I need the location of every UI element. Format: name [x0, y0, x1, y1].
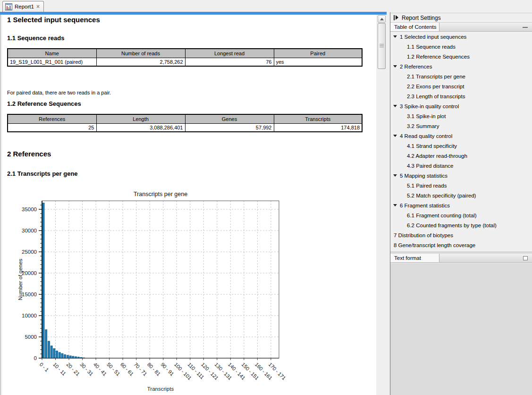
report-document: 1 Selected input sequences 1.1 Sequence …	[0, 15, 376, 395]
table-of-contents-tab[interactable]: Table of Contents	[390, 23, 439, 31]
panel-divider	[390, 252, 532, 252]
histogram-bar	[61, 353, 63, 358]
toc-item-label: 4.1 Strand specificity	[407, 143, 457, 149]
histogram-bar	[51, 346, 52, 358]
table-of-contents-toolbar: Table of Contents	[390, 22, 532, 32]
histogram-bar	[69, 356, 71, 358]
toc-item-label: 3 Spike-in quality control	[400, 103, 459, 109]
collapse-arrow-icon[interactable]	[393, 35, 397, 38]
collapse-arrow-icon[interactable]	[393, 204, 397, 206]
y-tick-label: 20000	[22, 270, 37, 276]
y-tick-label: 35000	[22, 206, 37, 212]
collapse-arrow-icon[interactable]	[393, 135, 397, 137]
side-panel: Report Settings Table of Contents 1 Sele…	[387, 0, 532, 395]
toc-item[interactable]: 3.1 Spike-in plot	[390, 111, 532, 121]
toc-item-label: 2.2 Exons per transcript	[407, 84, 464, 89]
toc-item[interactable]: 3 Spike-in quality control	[390, 101, 532, 111]
toc-item-label: 7 Distribution of biotypes	[394, 232, 453, 238]
toc-item[interactable]: 1.2 Reference Sequences	[390, 52, 532, 61]
toc-item[interactable]: 7 Distribution of biotypes	[390, 230, 532, 240]
table-row: 253,088,286,40157,992174,818	[8, 123, 362, 132]
collapse-arrow-icon[interactable]	[393, 105, 397, 107]
chart-title: Transcripts per gene	[134, 191, 187, 198]
collapse-arrow-icon[interactable]	[393, 174, 397, 177]
up-arrow-icon	[380, 18, 384, 20]
text-format-tab[interactable]: Text format	[390, 254, 439, 262]
collapse-arrow-icon[interactable]	[393, 65, 397, 68]
toc-item-label: 3.2 Summary	[407, 123, 439, 129]
column-header: Number of reads	[96, 49, 185, 58]
histogram-bar	[56, 351, 58, 358]
document-scrollbar[interactable]	[376, 15, 387, 395]
toc-item[interactable]: 1 Selected input sequences	[390, 32, 532, 42]
histogram-bar	[59, 352, 60, 358]
toc-item-label: 2 References	[400, 64, 432, 69]
x-tick-label: 80 - 81	[146, 361, 162, 377]
histogram-bar	[45, 330, 47, 358]
toc-item-label: 4.3 Paired distance	[407, 163, 453, 169]
plot-border	[42, 201, 279, 358]
toc-item-label: 6.1 Fragment counting (total)	[407, 213, 477, 218]
histogram-bar	[72, 356, 74, 358]
toc-item[interactable]: 5.1 Paired reads	[390, 180, 532, 190]
toc-item[interactable]: 4.2 Adapter read-through	[390, 151, 532, 161]
histogram-bar	[67, 355, 68, 358]
toc-item[interactable]: 3.2 Summary	[390, 121, 532, 131]
toc-item-label: 1.1 Sequence reads	[407, 44, 456, 50]
toc-item-label: 6.2 Counted fragments by type (total)	[407, 223, 497, 228]
x-tick-label: 50 - 51	[106, 361, 121, 377]
toc-item[interactable]: 6.1 Fragment counting (total)	[390, 210, 532, 220]
report-settings-title: Report Settings	[402, 15, 441, 21]
minimize-icon[interactable]	[523, 27, 528, 28]
close-icon[interactable]: ×	[36, 4, 40, 9]
panel-window-icon[interactable]	[523, 256, 528, 260]
toc-item-label: 6 Fragment statistics	[400, 203, 450, 208]
x-tick-label: 40 - 41	[93, 361, 108, 377]
tab-report1[interactable]: Report1 ×	[2, 1, 44, 12]
table-cell: 3,088,286,401	[96, 123, 185, 132]
report-settings-header[interactable]: Report Settings	[390, 13, 532, 22]
table-cell: 76	[185, 58, 274, 66]
y-axis-title: Number of genes	[17, 258, 23, 300]
column-header: Genes	[185, 114, 274, 123]
toc-item[interactable]: 2.2 Exons per transcript	[390, 81, 532, 91]
x-tick-label: 90 - 91	[160, 361, 175, 377]
transcripts-per-gene-chart: 050001000015000200002500030000350000 - 1…	[0, 188, 331, 395]
section-1-2-heading: 1.2 Reference Sequences	[7, 100, 81, 107]
scroll-up-button[interactable]	[378, 15, 386, 23]
x-tick-label: 30 - 31	[79, 361, 94, 377]
histogram-bar	[53, 349, 55, 358]
toc-item[interactable]: 2.3 Length of transcripts	[390, 91, 532, 101]
toc-item[interactable]: 6 Fragment statistics	[390, 200, 532, 210]
toc-item[interactable]: 4.3 Paired distance	[390, 161, 532, 171]
table-of-contents-tree: 1 Selected input sequences1.1 Sequence r…	[390, 32, 532, 251]
column-header: Name	[8, 49, 96, 58]
toc-item-label: 1.2 Reference Sequences	[407, 54, 470, 60]
y-tick-label: 10000	[22, 313, 37, 318]
scrollbar-thumb[interactable]	[378, 23, 386, 69]
toc-item[interactable]: 4.1 Strand specificity	[390, 141, 532, 151]
toc-item[interactable]: 2.1 Transcripts per gene	[390, 71, 532, 81]
toc-item[interactable]: 4 Read quality control	[390, 131, 532, 141]
section-1-1-heading: 1.1 Sequence reads	[7, 34, 64, 42]
x-tick-label: 10 - 11	[52, 361, 67, 377]
toc-item[interactable]: 5 Mapping statistics	[390, 171, 532, 180]
toc-item[interactable]: 8 Gene/transcript length coverage	[390, 240, 532, 250]
panel-expand-icon	[394, 15, 398, 20]
toc-item-label: 3.1 Spike-in plot	[407, 113, 446, 119]
tab-bar: Report1 ×	[0, 0, 387, 12]
section-1-heading: 1 Selected input sequences	[7, 16, 100, 24]
column-header: Transcripts	[274, 114, 362, 123]
y-tick-label: 25000	[22, 249, 37, 255]
toc-item-label: 2.3 Length of transcripts	[407, 94, 465, 99]
report-icon	[5, 3, 12, 10]
toc-item[interactable]: 5.2 Match specificity (paired)	[390, 190, 532, 200]
histogram-bar	[48, 341, 50, 358]
x-tick-label: 70 - 71	[133, 361, 148, 377]
toc-item[interactable]: 6.2 Counted fragments by type (total)	[390, 220, 532, 230]
column-header: Longest read	[185, 49, 274, 58]
x-tick-label: 20 - 21	[66, 361, 81, 377]
x-tick-label: 60 - 61	[119, 361, 135, 377]
toc-item[interactable]: 2 References	[390, 61, 532, 71]
toc-item[interactable]: 1.1 Sequence reads	[390, 42, 532, 52]
